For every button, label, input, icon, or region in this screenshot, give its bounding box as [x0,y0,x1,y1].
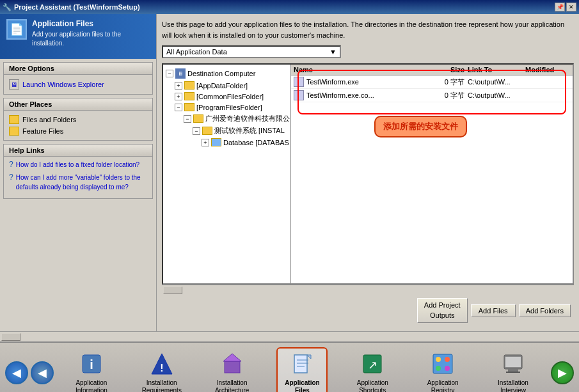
app-info-icon: i [79,351,104,377]
computer-icon: 🖥 [175,68,186,79]
col-header-modified[interactable]: Modified [525,66,570,74]
scroll-thumb[interactable] [163,286,182,294]
help-item-2: ? How can I add more "variable" folders … [9,173,147,192]
svg-marker-5 [223,354,241,361]
main-container: 📄 Application Files Add your application… [0,14,579,331]
main-hscrollbar[interactable] [0,331,579,341]
svg-rect-20 [508,369,518,372]
tree-expand-destination[interactable]: − [166,70,173,77]
back-button[interactable]: ◀ [5,361,28,384]
taskbar-item-install-interview[interactable]: InstallationInterview [488,349,539,393]
svg-point-16 [436,366,441,371]
svg-rect-21 [506,372,520,373]
taskbar-item-app-registry[interactable]: ApplicationRegistry [417,349,468,393]
folder-icon-commonfiles [184,92,194,100]
install-req-label: InstallationRequirements [142,379,182,393]
help-link-1[interactable]: How do I add files to a fixed folder loc… [16,160,139,169]
forward-button[interactable]: ▶ [551,361,574,384]
help-item-1: ? How do I add files to a fixed folder l… [9,160,147,169]
file-list-panel: Name Size Link To Modified TestWinform.e… [291,65,573,283]
folder-icon-database [211,138,221,146]
h-scrollbar[interactable] [162,285,574,295]
tree-node-company[interactable]: − 广州爱奇迪软件科技有限公 [166,113,288,125]
intro-text: Use this page to add your application fi… [162,19,574,40]
app-registry-label: ApplicationRegistry [427,379,459,393]
add-project-outputs-button[interactable]: Add ProjectOutputs [417,298,468,323]
taskbar-item-app-shortcuts[interactable]: ↗ ApplicationShortcuts [347,349,398,393]
add-files-button[interactable]: Add Files [471,304,516,317]
more-options-section: More Options 🖥 Launch Windows Explorer [3,62,153,95]
tree-expand-programfiles[interactable]: − [175,104,182,111]
col-header-linkto[interactable]: Link To [468,66,525,74]
tree-expand-company[interactable]: − [184,115,191,123]
buttons-row: Add ProjectOutputs Add Files Add Folders [162,295,574,326]
other-places-label-1: Files and Folders [22,116,76,123]
launch-explorer-link[interactable]: 🖥 Launch Windows Explorer [9,78,147,91]
folder-icon-2 [9,127,19,136]
dropdown-label: All Application Data [166,48,227,56]
header-text: Application Files Add your application f… [32,19,150,48]
taskbar-item-install-req[interactable]: ! InstallationRequirements [136,349,187,393]
file-row-1[interactable]: TestWinform.exe 0 字节 C:\output\W... [291,75,573,89]
pin-button[interactable]: 📌 [555,3,565,12]
svg-text:↗: ↗ [368,359,377,372]
file-icon-1 [294,77,304,87]
left-panel: 📄 Application Files Add your application… [0,14,157,331]
taskbar-item-install-arch[interactable]: InstallationArchitecture [207,349,258,393]
header-icon: 📄 [6,19,27,40]
other-places-header: Other Places [4,98,152,111]
forward-button-left[interactable]: ◀ [31,361,54,384]
more-options-content: 🖥 Launch Windows Explorer [4,75,152,94]
main-scroll-thumb[interactable] [1,333,20,341]
col-header-name[interactable]: Name [294,66,429,74]
help-bullet-2: ? [9,173,13,182]
header-title: Application Files [32,19,150,28]
file-name-2: TestWinform.exe.co... [306,91,429,99]
title-bar-controls: 📌 ✕ [555,3,576,12]
tree-node-destination[interactable]: − 🖥 Destination Computer [166,67,288,80]
other-places-item-1[interactable]: Files and Folders [9,114,147,125]
svg-point-14 [436,357,441,362]
file-list-header: Name Size Link To Modified [291,65,573,75]
svg-rect-19 [505,357,521,367]
add-folders-button[interactable]: Add Folders [519,304,571,317]
title-bar-left: 🔧 Project Assistant (TestWinformSetup) [3,3,140,12]
app-data-dropdown[interactable]: All Application Data ▼ [162,45,341,58]
install-arch-label: InstallationArchitecture [215,379,249,393]
svg-point-17 [445,366,450,371]
tree-node-appdatafolder[interactable]: + [AppDataFolder] [166,80,288,91]
tree-panel[interactable]: − 🖥 Destination Computer + [AppDataFolde… [163,65,291,283]
tree-expand-install[interactable]: − [193,127,200,135]
help-links-section: Help Links ? How do I add files to a fix… [3,144,153,199]
file-name-1: TestWinform.exe [306,78,429,86]
other-places-content: Files and Folders Feature Files [4,111,152,140]
right-inner: Use this page to add your application fi… [162,19,574,326]
tree-node-install[interactable]: − 测试软件系统 [INSTAL [166,125,288,137]
taskbar: ◀ ◀ i ApplicationInformation ! Installat… [0,341,579,392]
svg-rect-4 [225,361,240,373]
col-header-size[interactable]: Size [429,66,468,74]
tree-expand-commonfiles[interactable]: + [175,93,182,100]
close-button[interactable]: ✕ [566,3,576,12]
help-bullet-1: ? [9,160,13,169]
tree-label-database: Database [DATABAS [223,139,289,146]
svg-text:!: ! [160,363,163,373]
tree-node-programfilesfolder[interactable]: − [ProgramFilesFolder] [166,102,288,113]
file-list-body: TestWinform.exe 0 字节 C:\output\W... Test… [291,75,573,283]
file-row-2[interactable]: TestWinform.exe.co... 0 字节 C:\output\W..… [291,89,573,102]
dropdown-arrow: ▼ [329,48,337,56]
folder-icon-appdata [184,81,194,90]
other-places-label-2: Feature Files [22,127,63,135]
tree-expand-database[interactable]: + [202,139,209,146]
taskbar-item-app-files[interactable]: ApplicationFiles [276,347,328,393]
tree-node-database[interactable]: + Database [DATABAS [166,137,288,148]
file-icon-2 [294,90,304,100]
title-bar: 🔧 Project Assistant (TestWinformSetup) 📌… [0,0,579,14]
tree-node-commonfilesfolder[interactable]: + [CommonFilesFolder] [166,91,288,102]
taskbar-item-app-info[interactable]: i ApplicationInformation [66,349,117,393]
more-options-header: More Options [4,63,152,75]
tree-expand-appdata[interactable]: + [175,82,182,90]
svg-text:i: i [90,357,93,372]
other-places-item-2[interactable]: Feature Files [9,125,147,137]
help-text-2: How can I add more "variable" folders to… [16,173,147,192]
